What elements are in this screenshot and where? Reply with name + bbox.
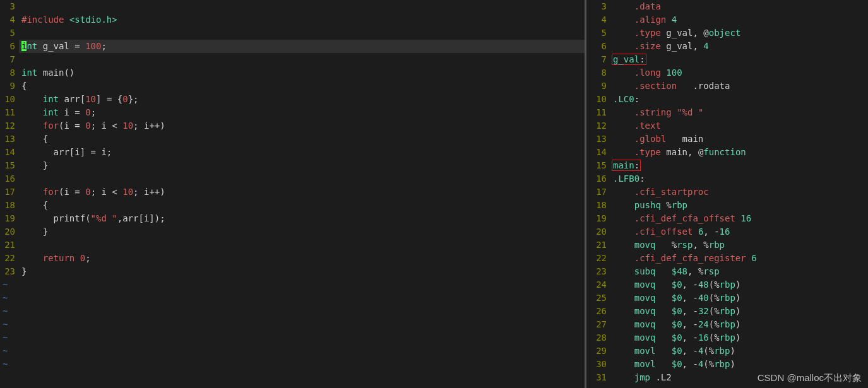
right-code-area[interactable]: .data .align 4 .type g_val, @object .siz…: [610, 0, 868, 388]
token: .globl: [634, 134, 667, 144]
token: [613, 121, 634, 131]
line-number: 4: [0, 13, 15, 26]
token: [613, 213, 634, 223]
code-line[interactable]: [21, 238, 585, 252]
code-line[interactable]: .type g_val, @object: [613, 26, 868, 40]
code-line[interactable]: .long 100: [613, 66, 868, 79]
token: ): [735, 306, 740, 316]
empty-line-marker: ~: [3, 305, 585, 318]
token: ): [735, 279, 740, 290]
token: =: [74, 121, 80, 131]
code-line[interactable]: .globl main: [613, 132, 868, 146]
code-line[interactable]: for(i = 0; i < 10; i++): [21, 119, 585, 132]
token: 4: [703, 41, 708, 51]
code-line[interactable]: .data: [613, 0, 868, 13]
token: %: [655, 240, 677, 250]
empty-line-marker: ~: [3, 358, 585, 371]
line-number: 23: [586, 265, 607, 278]
code-line[interactable]: movq $0, -24(%rbp): [613, 318, 868, 331]
line-number: 15: [586, 159, 607, 172]
line-number: 16: [586, 172, 607, 185]
code-line[interactable]: {: [21, 79, 585, 93]
token: 0: [85, 121, 90, 131]
code-line[interactable]: return 0;: [21, 252, 585, 265]
code-line[interactable]: .cfi_def_cfa_register 6: [613, 252, 868, 265]
token: i: [59, 107, 74, 117]
code-line[interactable]: .LC0:: [613, 93, 868, 106]
code-line[interactable]: {: [21, 199, 585, 212]
code-line[interactable]: subq $48, %rsp: [613, 265, 868, 278]
code-line[interactable]: {: [21, 132, 585, 146]
code-line[interactable]: }: [21, 225, 585, 238]
token: ): [735, 332, 740, 343]
code-line[interactable]: movq %rsp, %rbp: [613, 238, 868, 252]
token: 24: [698, 319, 709, 329]
token: }: [21, 226, 48, 237]
token: <stdio.h>: [69, 15, 117, 25]
line-number: 14: [0, 146, 15, 159]
code-line[interactable]: pushq %rbp: [613, 199, 868, 212]
code-line[interactable]: int main(): [21, 66, 585, 79]
code-line[interactable]: movq $0, -40(%rbp): [613, 291, 868, 305]
right-line-gutter: 3456789101112131415161718192021222324252…: [586, 0, 610, 388]
token: };: [128, 94, 139, 104]
token: , -: [682, 332, 698, 343]
code-line[interactable]: for(i = 0; i < 10; i++): [21, 185, 585, 199]
code-line[interactable]: .type main, @function: [613, 146, 868, 159]
token: [613, 240, 634, 250]
right-editor-pane[interactable]: 3456789101112131415161718192021222324252…: [586, 0, 868, 388]
code-line[interactable]: #include <stdio.h>: [21, 13, 585, 26]
code-line[interactable]: .section .rodata: [613, 79, 868, 93]
code-line[interactable]: main:: [613, 159, 868, 172]
code-line[interactable]: int i = 0;: [21, 106, 585, 119]
code-line[interactable]: .size g_val, 4: [613, 40, 868, 53]
token: 16: [740, 213, 751, 223]
code-line[interactable]: .align 4: [613, 13, 868, 26]
line-number: 16: [0, 172, 15, 185]
code-line[interactable]: .cfi_def_cfa_offset 16: [613, 212, 868, 225]
code-line[interactable]: .cfi_offset 6, -16: [613, 225, 868, 238]
code-line[interactable]: int g_val = 100;: [19, 40, 585, 53]
line-number: 18: [586, 199, 607, 212]
token: [21, 94, 43, 104]
token: [613, 1, 634, 11]
code-line[interactable]: printf("%d ",arr[i]);: [21, 212, 585, 225]
code-line[interactable]: arr[i] = i;: [21, 146, 585, 159]
code-line[interactable]: movq $0, -16(%rbp): [613, 331, 868, 344]
code-line[interactable]: movl $0, -4(%rbp): [613, 358, 868, 371]
token: int: [21, 68, 37, 78]
token: movq: [634, 319, 656, 329]
code-line[interactable]: [21, 26, 585, 40]
code-line[interactable]: int arr[10] = {0};: [21, 93, 585, 106]
code-line[interactable]: [21, 53, 585, 66]
token: [21, 121, 43, 131]
token: (%: [709, 319, 720, 329]
code-line[interactable]: movl $0, -4(%rbp): [613, 344, 868, 358]
token: [613, 293, 634, 303]
code-line[interactable]: movq $0, -32(%rbp): [613, 305, 868, 318]
token: $0: [672, 346, 682, 356]
token: 0: [122, 94, 128, 104]
code-line[interactable]: [21, 172, 585, 185]
left-code-area[interactable]: #include <stdio.h>int g_val = 100;int ma…: [19, 0, 585, 388]
code-line[interactable]: .LFB0:: [613, 172, 868, 185]
code-line[interactable]: [21, 0, 585, 13]
token: [80, 187, 85, 197]
code-line[interactable]: jmp .L2: [613, 371, 868, 384]
token: %: [661, 200, 672, 210]
token: {: [112, 94, 122, 104]
token: :: [634, 160, 639, 170]
line-number: 5: [0, 26, 15, 40]
code-line[interactable]: g_val:: [613, 53, 868, 66]
code-line[interactable]: .cfi_startproc: [613, 185, 868, 199]
token: :: [634, 94, 639, 104]
token: , -: [682, 306, 698, 316]
token: rbp: [720, 332, 735, 343]
code-line[interactable]: }: [21, 265, 585, 278]
code-line[interactable]: }: [21, 159, 585, 172]
left-editor-pane[interactable]: 34567891011121314151617181920212223 #inc…: [0, 0, 586, 388]
code-line[interactable]: .string "%d ": [613, 106, 868, 119]
code-line[interactable]: .text: [613, 119, 868, 132]
token: .size: [634, 41, 661, 51]
code-line[interactable]: movq $0, -48(%rbp): [613, 278, 868, 291]
